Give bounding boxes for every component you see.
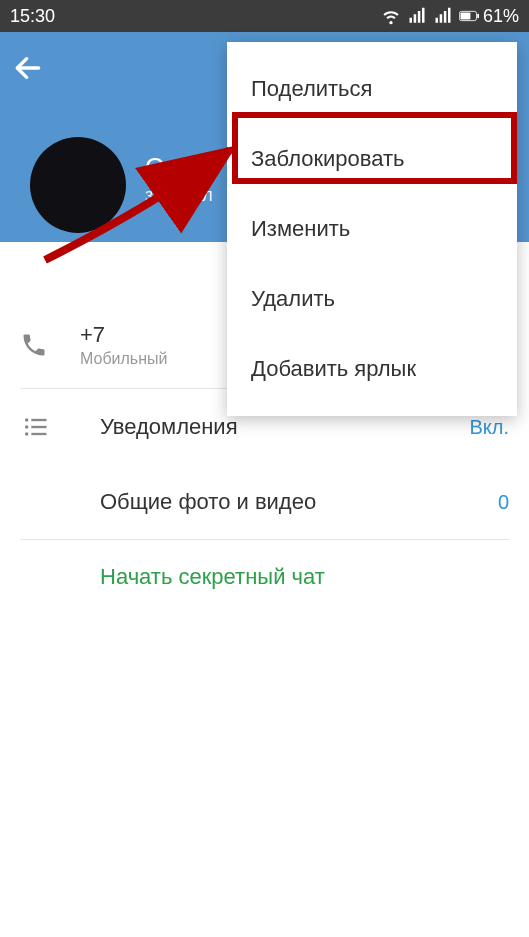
wifi-icon: [381, 6, 401, 26]
notifications-value: Вкл.: [469, 416, 509, 439]
profile-title-block: Скрип заходил: [145, 152, 218, 206]
svg-rect-1: [460, 12, 470, 19]
battery-indicator: 61%: [459, 6, 519, 27]
last-seen: заходил: [145, 185, 218, 206]
media-count: 0: [498, 491, 509, 514]
status-bar: 15:30 61%: [0, 0, 529, 32]
back-icon[interactable]: [12, 52, 44, 84]
svg-rect-9: [31, 433, 46, 435]
status-indicators: 61%: [381, 6, 519, 27]
context-menu: Поделиться Заблокировать Изменить Удалит…: [227, 42, 517, 416]
start-secret-chat[interactable]: Начать секретный чат: [0, 540, 529, 614]
phone-icon: [20, 331, 80, 359]
media-row[interactable]: Общие фото и видео 0: [0, 465, 529, 539]
notifications-label: Уведомления: [100, 414, 469, 440]
svg-rect-5: [31, 419, 46, 421]
menu-delete[interactable]: Удалить: [227, 264, 517, 334]
signal-icon-2: [433, 6, 453, 26]
signal-icon: [407, 6, 427, 26]
user-name: Скрип: [145, 152, 218, 183]
avatar[interactable]: [30, 137, 126, 233]
svg-point-6: [25, 425, 29, 429]
media-label: Общие фото и видео: [100, 489, 498, 515]
svg-rect-2: [477, 14, 479, 18]
menu-add-shortcut[interactable]: Добавить ярлык: [227, 334, 517, 404]
status-time: 15:30: [10, 6, 55, 27]
svg-point-4: [25, 418, 29, 422]
battery-icon: [459, 6, 479, 26]
menu-block[interactable]: Заблокировать: [227, 124, 517, 194]
svg-rect-7: [31, 426, 46, 428]
battery-percent: 61%: [483, 6, 519, 27]
menu-edit[interactable]: Изменить: [227, 194, 517, 264]
menu-share[interactable]: Поделиться: [227, 54, 517, 124]
svg-point-8: [25, 432, 29, 436]
list-icon: [0, 413, 100, 441]
